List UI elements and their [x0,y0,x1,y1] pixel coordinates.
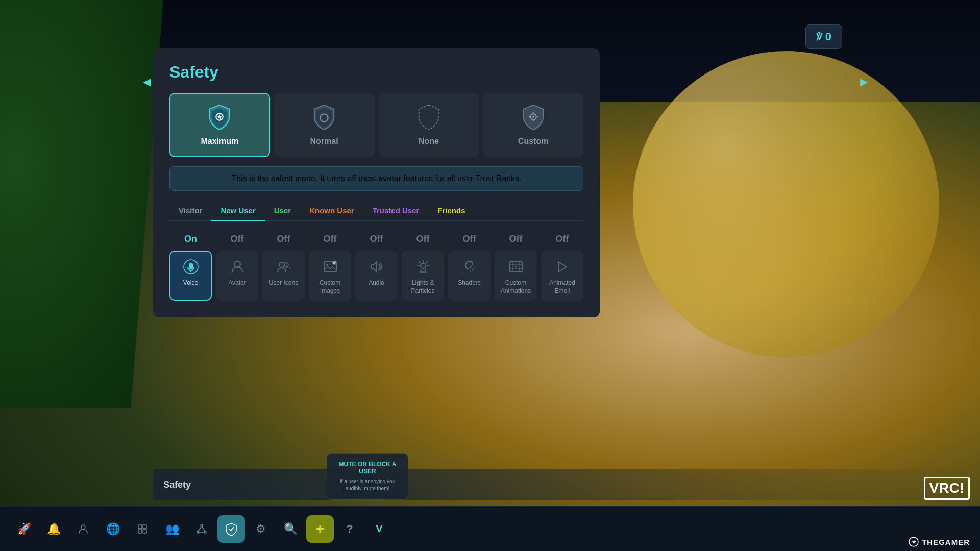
svg-point-21 [279,262,284,267]
svg-point-22 [284,263,288,267]
thegamer-watermark: ★ THEGAMER [909,537,970,547]
thegamer-logo-icon: ★ [909,537,919,547]
animated-emoji-icon [554,259,571,275]
panel-title: Safety [169,63,583,82]
deco-arrow-right: ▶ [860,76,868,88]
svg-point-43 [81,525,85,529]
svg-text:★: ★ [912,539,917,545]
bottom-safety-text: Safety [163,480,191,490]
currency-display: ℣ 0 [805,24,842,49]
taskbar-notifications[interactable]: 🔔 [40,515,67,543]
feature-state-custom-images: Off [309,232,351,246]
audio-icon [369,259,385,275]
svg-point-16 [528,116,530,118]
feature-lights-particles[interactable]: Lights & Particles [402,251,444,301]
svg-marker-42 [558,262,567,272]
svg-point-35 [474,267,475,268]
maximum-shield-icon [206,104,233,131]
svg-point-13 [532,116,534,118]
user-icons-label: User Icons [269,279,298,287]
feature-animated-emoji[interactable]: Animated Emoji [541,251,583,301]
svg-rect-45 [143,525,146,529]
shaders-label: Shaders [458,279,481,287]
tab-user[interactable]: User [265,201,300,221]
taskbar-safety[interactable] [217,515,245,543]
tab-trusted-user[interactable]: Trusted User [363,201,429,221]
svg-point-17 [536,116,538,118]
feature-state-avatar: Off [216,232,258,246]
svg-point-14 [532,112,534,114]
svg-line-51 [198,527,202,531]
mode-cards-container: Maximum Normal None [169,93,583,157]
taskbar-search[interactable]: 🔍 [277,515,304,543]
svg-line-52 [202,527,205,531]
vrc-logo: VRC! [924,477,970,500]
feature-avatar[interactable]: Avatar [216,251,258,301]
none-shield-icon [415,104,442,131]
audio-label: Audio [369,279,384,287]
animated-emoji-label: Animated Emoji [546,279,578,295]
svg-rect-44 [138,525,142,529]
feature-state-voice: On [169,232,212,246]
currency-icon: ℣ [816,31,822,42]
svg-line-30 [419,262,420,263]
tooltip-title: MUTE OR BLOCK A USER [333,461,402,475]
mode-none-label: None [419,137,439,146]
taskbar-add[interactable]: + [306,515,334,543]
network-icon [195,523,208,535]
feature-state-audio: Off [355,232,398,246]
currency-value: 0 [825,30,831,43]
taskbar-launch[interactable]: 🚀 [10,515,38,543]
shield-taskbar-icon [225,522,238,536]
feature-user-icons[interactable]: User Icons [262,251,305,301]
taskbar-menu[interactable] [129,515,156,543]
taskbar-world[interactable]: 🌐 [99,515,127,543]
feature-items-row: Voice Avatar User Icons [169,251,583,301]
mode-description: This is the safest mode. It turns off mo… [169,166,583,191]
taskbar-vrchat[interactable]: V [365,515,393,543]
feature-custom-animations[interactable]: Custom Animations [495,251,537,301]
feature-states-row: On Off Off Off Off Off Off Off Off [169,232,583,246]
profile-icon [77,523,89,535]
voice-icon [183,259,199,275]
svg-point-24 [326,264,328,266]
mode-card-custom[interactable]: Custom [483,93,583,157]
feature-custom-images[interactable]: Custom Images [309,251,351,301]
svg-point-33 [472,269,473,271]
mode-card-maximum[interactable]: Maximum [169,93,270,157]
feature-audio[interactable]: Audio [355,251,398,301]
stars-decoration [0,0,153,102]
taskbar-settings[interactable]: ⚙ [247,515,275,543]
tab-friends[interactable]: Friends [428,201,474,221]
trust-tabs: Visitor New User User Known User Trusted… [169,201,583,221]
mode-normal-label: Normal [310,137,338,146]
feature-section: On Off Off Off Off Off Off Off Off Voice [169,232,583,301]
svg-point-26 [421,263,426,268]
feature-shaders[interactable]: Shaders [448,251,491,301]
bottom-safety-area: Safety [153,469,980,500]
taskbar-profile[interactable] [69,515,97,543]
feature-voice[interactable]: Voice [169,251,212,301]
normal-shield-icon [311,104,337,131]
tab-visitor[interactable]: Visitor [169,201,211,221]
safety-panel: Safety Maximum Normal [153,48,600,317]
thegamer-text: THEGAMER [922,538,970,546]
svg-point-48 [201,524,203,527]
svg-point-34 [470,271,471,272]
custom-images-icon [322,259,338,275]
tab-new-user[interactable]: New User [211,201,264,221]
tab-known-user[interactable]: Known User [300,201,363,221]
taskbar-help[interactable]: ? [336,515,363,543]
mode-card-none[interactable]: None [379,93,479,157]
lights-particles-label: Lights & Particles [407,279,439,295]
voice-label: Voice [183,279,198,287]
user-icons-icon [276,259,292,275]
taskbar-network[interactable] [188,515,215,543]
mode-maximum-label: Maximum [201,137,238,146]
mode-custom-label: Custom [518,137,549,146]
svg-marker-41 [515,266,518,268]
mode-card-normal[interactable]: Normal [274,93,375,157]
mode-description-text: This is the safest mode. It turns off mo… [232,174,522,183]
taskbar-friends[interactable]: 👥 [158,515,186,543]
avatar-label: Avatar [228,279,246,287]
